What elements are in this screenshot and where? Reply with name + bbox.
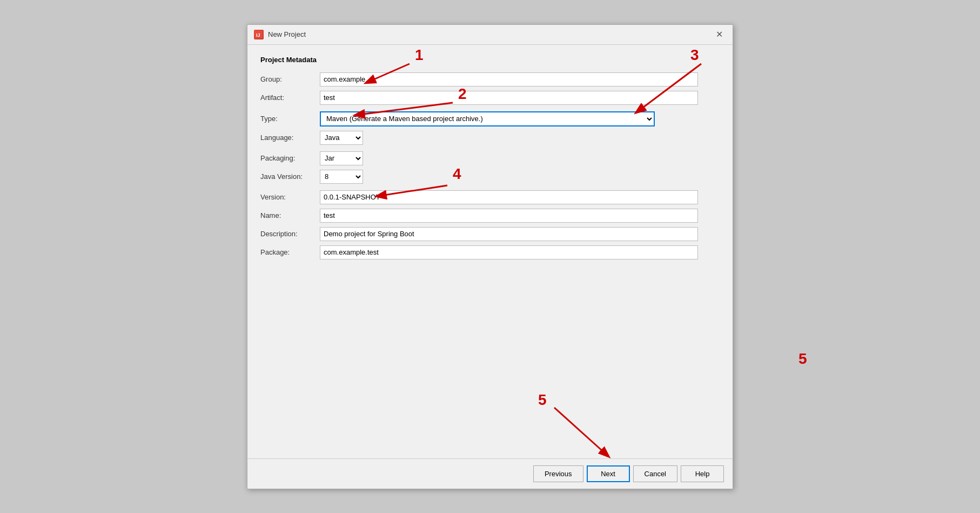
- intellij-icon: IJ: [254, 30, 264, 39]
- package-input[interactable]: [320, 245, 698, 259]
- artifact-label: Artifact:: [260, 94, 320, 102]
- java-version-row: Java Version: 8 11 17 21: [260, 170, 720, 184]
- description-label: Description:: [260, 230, 320, 238]
- previous-button[interactable]: Previous: [533, 465, 583, 482]
- new-project-dialog: IJ New Project ✕ Project Metadata Group:…: [247, 24, 733, 489]
- next-button[interactable]: Next: [587, 465, 630, 482]
- window-title: New Project: [268, 30, 306, 38]
- packaging-row: Packaging: Jar War: [260, 151, 720, 165]
- group-row: Group:: [260, 72, 720, 86]
- artifact-input[interactable]: [320, 91, 698, 105]
- type-row: Type: Maven (Generate a Maven based proj…: [260, 111, 720, 126]
- java-version-select[interactable]: 8 11 17 21: [320, 170, 363, 184]
- java-version-label: Java Version:: [260, 172, 320, 181]
- svg-text:IJ: IJ: [256, 32, 260, 38]
- package-row: Package:: [260, 245, 720, 259]
- dialog-content: Project Metadata Group: Artifact: Type: …: [247, 45, 733, 458]
- type-label: Type:: [260, 115, 320, 123]
- name-label: Name:: [260, 211, 320, 219]
- language-label: Language:: [260, 134, 320, 142]
- cancel-button[interactable]: Cancel: [633, 465, 677, 482]
- svg-line-7: [636, 64, 701, 112]
- artifact-row: Artifact:: [260, 91, 720, 105]
- name-row: Name:: [260, 209, 720, 223]
- description-row: Description:: [260, 227, 720, 241]
- help-button[interactable]: Help: [681, 465, 724, 482]
- dialog-footer: 5 Previous Next Cancel Help: [247, 458, 733, 489]
- package-label: Package:: [260, 248, 320, 256]
- title-bar-left: IJ New Project: [254, 30, 306, 39]
- close-button[interactable]: ✕: [713, 29, 726, 40]
- language-row: Language: Java Kotlin Groovy: [260, 131, 720, 145]
- section-title: Project Metadata: [260, 56, 720, 64]
- version-input[interactable]: [320, 190, 698, 204]
- language-select[interactable]: Java Kotlin Groovy: [320, 131, 363, 145]
- packaging-label: Packaging:: [260, 154, 320, 162]
- group-input[interactable]: [320, 72, 698, 86]
- version-label: Version:: [260, 193, 320, 201]
- svg-text:5: 5: [798, 350, 807, 367]
- type-select[interactable]: Maven (Generate a Maven based project ar…: [320, 111, 655, 126]
- title-bar: IJ New Project ✕: [247, 25, 733, 45]
- group-label: Group:: [260, 75, 320, 83]
- packaging-select[interactable]: Jar War: [320, 151, 363, 165]
- name-input[interactable]: [320, 209, 698, 223]
- description-input[interactable]: [320, 227, 698, 241]
- version-row: Version:: [260, 190, 720, 204]
